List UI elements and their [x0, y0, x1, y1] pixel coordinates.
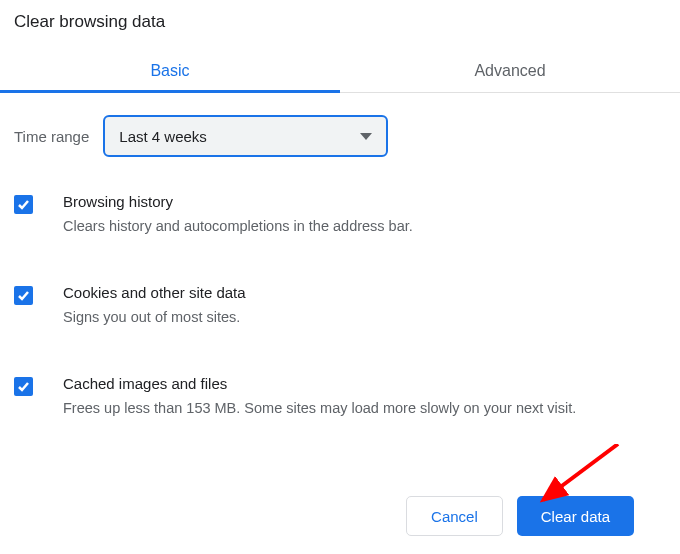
checkbox-browsing-history[interactable] — [14, 195, 33, 214]
tab-advanced[interactable]: Advanced — [340, 52, 680, 92]
clear-data-button[interactable]: Clear data — [517, 496, 634, 536]
tab-basic[interactable]: Basic — [0, 52, 340, 92]
checkbox-cache[interactable] — [14, 377, 33, 396]
option-cache: Cached images and files Frees up less th… — [14, 375, 666, 420]
dialog-footer: Cancel Clear data — [406, 496, 634, 536]
clear-browsing-data-dialog: Clear browsing data Basic Advanced Time … — [0, 0, 680, 419]
time-range-label: Time range — [14, 128, 89, 145]
option-desc: Signs you out of most sites. — [63, 307, 666, 329]
option-cookies: Cookies and other site data Signs you ou… — [14, 284, 666, 329]
tabs: Basic Advanced — [0, 52, 680, 93]
option-title: Cached images and files — [63, 375, 666, 392]
option-title: Cookies and other site data — [63, 284, 666, 301]
time-range-value: Last 4 weeks — [119, 128, 207, 145]
option-browsing-history: Browsing history Clears history and auto… — [14, 193, 666, 238]
content: Time range Last 4 weeks Browsing history… — [0, 93, 680, 419]
cancel-button[interactable]: Cancel — [406, 496, 503, 536]
chevron-down-icon — [360, 133, 372, 140]
option-text: Cookies and other site data Signs you ou… — [63, 284, 666, 329]
dialog-title: Clear browsing data — [0, 0, 680, 52]
option-desc: Frees up less than 153 MB. Some sites ma… — [63, 398, 666, 420]
svg-line-0 — [543, 444, 618, 500]
time-range-select[interactable]: Last 4 weeks — [103, 115, 388, 157]
check-icon — [17, 199, 30, 210]
checkbox-cookies[interactable] — [14, 286, 33, 305]
option-title: Browsing history — [63, 193, 666, 210]
time-range-row: Time range Last 4 weeks — [14, 115, 666, 157]
tab-advanced-label: Advanced — [474, 62, 545, 79]
check-icon — [17, 381, 30, 392]
check-icon — [17, 290, 30, 301]
option-desc: Clears history and autocompletions in th… — [63, 216, 666, 238]
option-text: Cached images and files Frees up less th… — [63, 375, 666, 420]
tab-basic-label: Basic — [150, 62, 189, 79]
option-text: Browsing history Clears history and auto… — [63, 193, 666, 238]
